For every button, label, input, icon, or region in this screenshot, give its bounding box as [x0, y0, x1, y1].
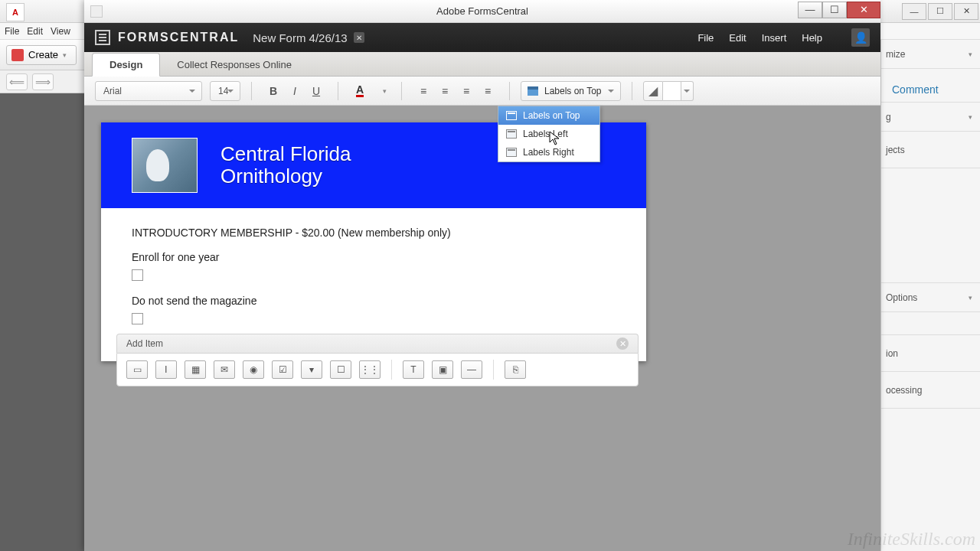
panel-row-2[interactable]: jects [881, 132, 980, 168]
title-line-1: Central Florida [220, 143, 351, 165]
text-color-button[interactable]: A [349, 81, 371, 101]
menu-file[interactable]: File [697, 32, 714, 44]
add-item-palette: ▭ Ⅰ ▦ ✉ ◉ ☑ ▾ ☐ ⋮⋮ T ▣ — ⎘ [116, 353, 639, 386]
align-center-button[interactable]: ≡ [434, 81, 456, 101]
panel-row-1[interactable]: g ▾ [881, 103, 980, 132]
acrobat-create-button[interactable]: Create ▾ [6, 45, 77, 65]
fc-format-toolbar: Arial 14 B I U A ▾ ≡ ≡ ≡ ≡ Labels on Top… [84, 77, 880, 106]
labels-top-icon [506, 111, 517, 120]
create-pdf-icon [11, 49, 24, 61]
customize-row[interactable]: mize ▾ [881, 40, 980, 69]
add-text-field-button[interactable]: ▭ [126, 360, 148, 379]
customize-label: mize [886, 49, 905, 60]
title-line-2: Ornithology [220, 165, 351, 187]
formscentral-window: Adobe FormsCentral — ☐ ✕ FORMSCENTRAL Ne… [84, 0, 880, 551]
panel-row-4[interactable]: ion [881, 335, 980, 372]
text-color-dropdown[interactable]: ▾ [378, 81, 390, 101]
chevron-down-icon: ▾ [969, 294, 972, 302]
dd-labels-on-top[interactable]: Labels on Top [498, 106, 599, 125]
fc-window-title: Adobe FormsCentral [84, 5, 880, 17]
question-label[interactable]: INTRODUCTORY MEMBERSHIP - $20.00 (New me… [132, 227, 616, 239]
panel-label-5: ocessing [886, 385, 922, 396]
fill-color-dropdown[interactable] [681, 81, 694, 101]
chevron-down-icon: ▾ [969, 51, 972, 58]
separator [338, 82, 338, 100]
menu-insert[interactable]: Insert [762, 32, 787, 44]
form-canvas[interactable]: Central Florida Ornithology INTRODUCTORY… [84, 106, 880, 551]
fc-tabbar: Design Collect Responses Online [84, 52, 880, 77]
align-left-button[interactable]: ≡ [413, 81, 434, 101]
align-right-button[interactable]: ≡ [456, 81, 477, 101]
acrobat-close-button[interactable]: ✕ [954, 3, 978, 20]
option-2-label[interactable]: Do not send the magazine [132, 295, 616, 307]
acrobat-maximize-button[interactable]: ☐ [928, 3, 952, 20]
watermark: InfiniteSkills.com [848, 529, 975, 549]
options-row[interactable]: Options ▾ [881, 283, 980, 312]
options-label: Options [886, 292, 917, 303]
acrobat-menu-edit[interactable]: Edit [27, 26, 43, 37]
option-2-checkbox[interactable] [132, 313, 143, 324]
comment-tab[interactable]: Comment [881, 77, 949, 102]
acrobat-right-sidebar: mize ▾ Comment g ▾ jects Options ▾ ion o… [880, 40, 980, 551]
panel-row-3 [881, 312, 980, 335]
panel-label-2: jects [886, 145, 905, 155]
tab-design[interactable]: Design [92, 53, 160, 77]
option-1-checkbox[interactable] [132, 269, 143, 281]
label-position-select[interactable]: Labels on Top [521, 81, 621, 101]
add-item-close-button[interactable]: ✕ [616, 337, 629, 350]
italic-button[interactable]: I [284, 81, 305, 101]
menu-edit[interactable]: Edit [729, 32, 746, 44]
font-family-value: Arial [103, 86, 122, 96]
font-family-select[interactable]: Arial [95, 81, 202, 101]
label-position-icon [528, 86, 538, 96]
add-dropdown-button[interactable]: ▾ [301, 360, 322, 379]
fill-color-button[interactable]: ◢ [643, 81, 663, 101]
underline-button[interactable]: U [305, 81, 327, 101]
dd-label-left: Labels Left [523, 129, 568, 139]
add-page-break-button[interactable]: ⎘ [505, 360, 526, 379]
panel-row-5[interactable]: ocessing [881, 372, 980, 409]
add-item-title: Add Item [126, 338, 163, 349]
nav-back-button[interactable]: ⟸ [6, 73, 28, 90]
chevron-down-icon: ▾ [969, 113, 972, 121]
panel-label-1: g [886, 112, 891, 122]
user-icon[interactable]: 👤 [851, 28, 870, 47]
option-1-label[interactable]: Enroll for one year [132, 251, 616, 263]
add-image-button[interactable]: ▣ [432, 360, 453, 379]
separator [251, 82, 252, 100]
header-image [132, 138, 198, 193]
align-justify-button[interactable]: ≡ [477, 81, 498, 101]
add-date-button[interactable]: ▦ [185, 360, 206, 379]
nav-forward-button[interactable]: ⟹ [32, 73, 54, 90]
form-name: New Form 4/26/13 [253, 31, 347, 44]
close-form-button[interactable]: ✕ [354, 32, 364, 43]
text-color-icon: A [356, 84, 364, 97]
font-size-value: 14 [218, 86, 228, 96]
add-rating-button[interactable]: ⋮⋮ [359, 360, 381, 379]
add-single-choice-button[interactable]: ◉ [243, 360, 264, 379]
tab-collect[interactable]: Collect Responses Online [160, 54, 309, 76]
create-label: Create [28, 49, 58, 60]
panel-label-4: ion [886, 348, 898, 359]
add-multiline-button[interactable]: Ⅰ [155, 360, 177, 379]
acrobat-menu-file[interactable]: File [5, 26, 19, 37]
add-formatted-text-button[interactable]: T [403, 360, 424, 379]
menu-help[interactable]: Help [802, 32, 822, 44]
separator [493, 360, 494, 380]
add-single-checkbox-button[interactable]: ☐ [330, 360, 351, 379]
acrobat-minimize-button[interactable]: — [902, 3, 926, 20]
add-multi-choice-button[interactable]: ☑ [272, 360, 293, 379]
font-size-select[interactable]: 14 [210, 81, 240, 101]
formscentral-logo-icon [95, 30, 110, 45]
add-email-button[interactable]: ✉ [214, 360, 235, 379]
brand-text: FORMSCENTRAL [118, 31, 239, 44]
panel-spacer [881, 168, 980, 283]
dd-labels-left[interactable]: Labels Left [498, 125, 599, 143]
bold-button[interactable]: B [263, 81, 284, 101]
fc-brandbar: FORMSCENTRAL New Form 4/26/13 ✕ File Edi… [84, 23, 880, 52]
add-divider-button[interactable]: — [461, 360, 482, 379]
acrobat-menu-view[interactable]: View [51, 26, 70, 37]
dd-label-top: Labels on Top [523, 110, 580, 121]
dd-labels-right[interactable]: Labels Right [498, 143, 599, 161]
separator [632, 82, 632, 100]
